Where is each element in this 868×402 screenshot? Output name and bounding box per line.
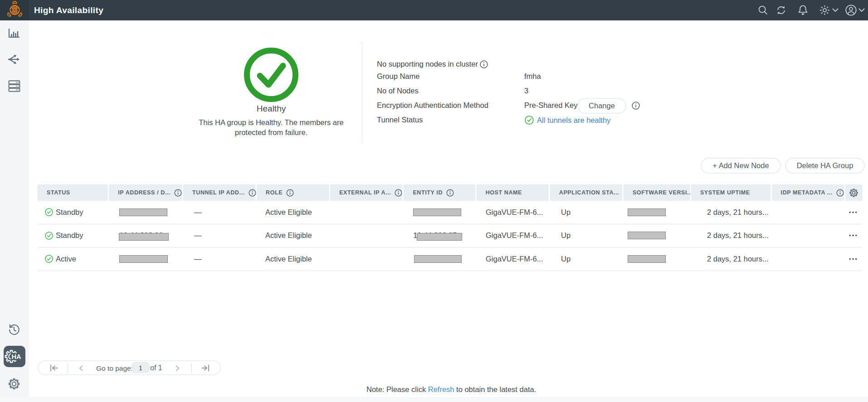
svg-text:HA: HA bbox=[12, 353, 21, 360]
